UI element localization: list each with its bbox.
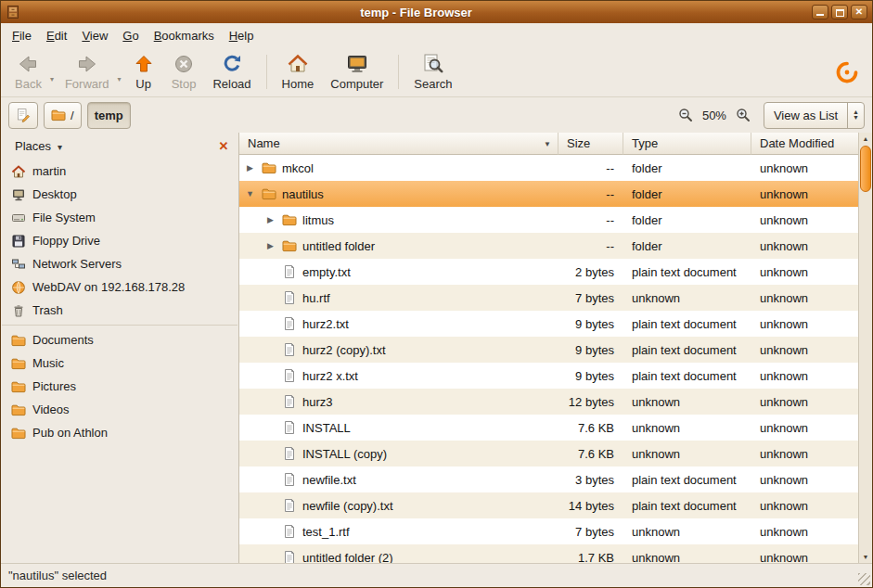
forward-dropdown-arrow[interactable] bbox=[118, 75, 122, 83]
zoom-controls: 50% bbox=[678, 108, 751, 122]
titlebar[interactable]: temp - File Browser bbox=[1, 1, 872, 23]
file-row-selected[interactable]: nautilus -- folder unknown bbox=[239, 181, 858, 207]
path-button-current[interactable]: temp bbox=[87, 102, 131, 129]
sidebar-item-music[interactable]: Music bbox=[1, 352, 238, 375]
computer-button[interactable]: Computer bbox=[322, 50, 392, 94]
sidebar-item-documents[interactable]: Documents bbox=[1, 328, 238, 352]
file-row[interactable]: hurz3 12 bytes unknown unknown bbox=[239, 389, 858, 415]
view-mode-spinner[interactable] bbox=[847, 103, 864, 128]
menu-edit[interactable]: Edit bbox=[39, 25, 74, 46]
menubar: File Edit View Go Bookmarks Help bbox=[1, 23, 872, 47]
file-row[interactable]: untitled folder (2) 1.7 KB unknown unkno… bbox=[239, 544, 858, 563]
file-row[interactable]: hurz2 (copy).txt 9 bytes plain text docu… bbox=[239, 337, 858, 363]
expander-icon[interactable] bbox=[244, 163, 256, 173]
column-header-size[interactable]: Size bbox=[558, 133, 623, 155]
resize-grip[interactable] bbox=[858, 573, 870, 585]
file-row[interactable]: newfile.txt 3 bytes plain text document … bbox=[239, 467, 858, 492]
sidebar-item-label: Videos bbox=[32, 403, 70, 416]
menu-view[interactable]: View bbox=[74, 25, 115, 46]
menu-file[interactable]: File bbox=[5, 25, 39, 46]
toolbar-separator bbox=[266, 55, 267, 89]
maximize-button[interactable] bbox=[831, 5, 848, 19]
file-row[interactable]: hurz2.txt 9 bytes plain text document un… bbox=[239, 311, 858, 337]
stop-icon bbox=[173, 53, 195, 75]
back-button[interactable]: Back bbox=[6, 50, 50, 94]
zoom-in-icon bbox=[736, 108, 751, 122]
folder-icon bbox=[282, 212, 297, 227]
window-title: temp - File Browser bbox=[25, 6, 807, 19]
file-row[interactable]: mkcol -- folder unknown bbox=[239, 155, 858, 181]
sidebar-item-pictures[interactable]: Pictures bbox=[1, 375, 238, 398]
reload-icon bbox=[221, 53, 243, 75]
file-row[interactable]: INSTALL (copy) 7.6 KB unknown unknown bbox=[239, 441, 858, 467]
forward-label: Forward bbox=[65, 77, 109, 91]
sort-indicator-icon[interactable] bbox=[544, 140, 551, 148]
text-file-icon bbox=[282, 342, 297, 357]
sidebar-item-martin[interactable]: martin bbox=[1, 160, 238, 183]
sidebar-item-label: File System bbox=[32, 211, 96, 224]
expander-icon[interactable] bbox=[244, 189, 256, 198]
zoom-in-button[interactable] bbox=[736, 108, 751, 122]
file-row[interactable]: empty.txt 2 bytes plain text document un… bbox=[239, 259, 858, 285]
chevron-down-icon bbox=[58, 139, 62, 153]
scrollbar-thumb[interactable] bbox=[860, 146, 871, 192]
file-row[interactable]: untitled folder -- folder unknown bbox=[239, 233, 858, 259]
sidebar-close-button[interactable] bbox=[215, 138, 232, 155]
sidebar-item-webdav[interactable]: WebDAV on 192.168.178.28 bbox=[1, 275, 238, 299]
minimize-button[interactable] bbox=[812, 5, 828, 19]
menu-help[interactable]: Help bbox=[222, 25, 262, 46]
file-row[interactable]: litmus -- folder unknown bbox=[239, 207, 858, 233]
home-label: Home bbox=[282, 77, 315, 91]
toolbar-separator bbox=[398, 55, 399, 89]
file-row[interactable]: hu.rtf 7 bytes unknown unknown bbox=[239, 285, 858, 311]
close-button[interactable] bbox=[851, 5, 867, 19]
sidebar-item-file-system[interactable]: File System bbox=[1, 206, 238, 229]
text-file-icon bbox=[282, 498, 297, 513]
sidebar-item-trash[interactable]: Trash bbox=[1, 299, 238, 322]
computer-label: Computer bbox=[330, 77, 383, 91]
column-header-date-modified[interactable]: Date Modified bbox=[751, 133, 858, 155]
sidebar-item-desktop[interactable]: Desktop bbox=[1, 183, 238, 206]
home-icon bbox=[287, 53, 309, 75]
column-header-type[interactable]: Type bbox=[623, 133, 751, 155]
globe-icon bbox=[11, 280, 26, 295]
file-row[interactable]: newfile (copy).txt 14 bytes plain text d… bbox=[239, 492, 858, 518]
sidebar-item-label: martin bbox=[32, 164, 66, 178]
sidebar-item-pub-on-athlon[interactable]: Pub on Athlon bbox=[1, 421, 238, 444]
stop-button[interactable]: Stop bbox=[163, 50, 205, 94]
search-button[interactable]: Search bbox=[405, 50, 460, 94]
menu-bookmarks[interactable]: Bookmarks bbox=[147, 25, 222, 46]
sidebar-item-label: Floppy Drive bbox=[32, 234, 100, 248]
file-row[interactable]: hurz2 x.txt 9 bytes plain text document … bbox=[239, 363, 858, 389]
main-area: Places martin Desktop File System Floppy… bbox=[1, 133, 872, 563]
sidebar-item-network-servers[interactable]: Network Servers bbox=[1, 252, 238, 275]
menu-go[interactable]: Go bbox=[115, 25, 146, 46]
folder-icon bbox=[11, 356, 26, 371]
places-selector[interactable]: Places bbox=[7, 136, 70, 156]
vertical-scrollbar[interactable] bbox=[858, 133, 872, 563]
view-mode-combo[interactable]: View as List bbox=[764, 102, 865, 129]
places-title: Places bbox=[15, 139, 51, 153]
toggle-location-entry-button[interactable] bbox=[8, 102, 38, 129]
zoom-out-button[interactable] bbox=[678, 108, 693, 122]
column-header-name[interactable]: Name bbox=[239, 133, 558, 155]
scroll-down-button[interactable] bbox=[859, 551, 872, 563]
file-row[interactable]: test_1.rtf 7 bytes unknown unknown bbox=[239, 518, 858, 544]
file-row[interactable]: INSTALL 7.6 KB unknown unknown bbox=[239, 415, 858, 441]
path-button-root[interactable]: / bbox=[44, 102, 82, 129]
expander-icon[interactable] bbox=[264, 215, 276, 224]
file-list: mkcol -- folder unknown nautilus -- fold… bbox=[239, 155, 858, 563]
forward-button[interactable]: Forward bbox=[57, 50, 118, 94]
reload-button[interactable]: Reload bbox=[204, 50, 259, 94]
sidebar-item-videos[interactable]: Videos bbox=[1, 398, 238, 421]
up-button[interactable]: Up bbox=[124, 50, 163, 94]
home-button[interactable]: Home bbox=[274, 50, 323, 94]
scrollbar-track[interactable] bbox=[859, 193, 872, 551]
statusbar: "nautilus" selected bbox=[1, 563, 872, 587]
expander-icon[interactable] bbox=[264, 241, 276, 250]
back-dropdown-arrow[interactable] bbox=[50, 75, 54, 83]
status-text: "nautilus" selected bbox=[8, 569, 107, 582]
sidebar-item-floppy-drive[interactable]: Floppy Drive bbox=[1, 229, 238, 252]
path-current-label: temp bbox=[95, 109, 123, 122]
scroll-up-button[interactable] bbox=[859, 133, 872, 145]
